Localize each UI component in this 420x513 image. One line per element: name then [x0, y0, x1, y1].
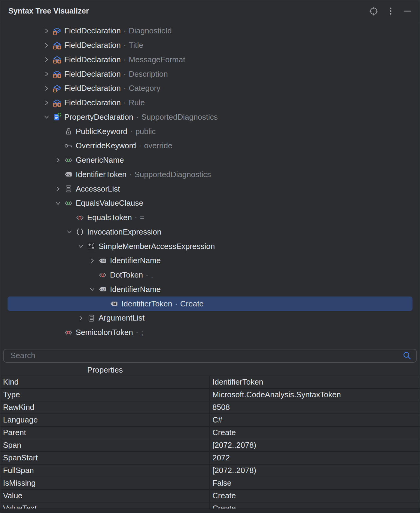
chevron-right-icon[interactable] — [42, 84, 51, 93]
chevron-right-icon[interactable] — [42, 69, 51, 79]
property-name: RawKind — [0, 401, 210, 413]
field-icon — [53, 55, 62, 64]
tree-node-overridekeyword[interactable]: OverrideKeyword · override — [0, 139, 420, 153]
chevron-down-icon[interactable] — [65, 227, 74, 237]
node-kind: DotToken — [110, 270, 143, 280]
property-row-type: Type Microsoft.CodeAnalysis.SyntaxToken — [0, 389, 420, 401]
property-value: IdentifierToken — [210, 376, 420, 388]
property-value: 8508 — [210, 401, 420, 413]
property-name: Value — [0, 490, 210, 502]
chevron-down-icon[interactable] — [42, 112, 51, 122]
tree-node-fielddeclaration-category[interactable]: FieldDeclaration · Category — [0, 81, 420, 96]
node-separator: · — [123, 41, 126, 50]
node-detail: = — [140, 213, 145, 222]
node-separator: · — [130, 127, 133, 136]
node-detail: MessageFormat — [129, 55, 185, 64]
node-kind: FieldDeclaration — [64, 84, 121, 93]
tree-node-fielddeclaration-rule[interactable]: FieldDeclaration · Rule — [0, 96, 420, 110]
node-kind: FieldDeclaration — [64, 69, 121, 79]
tree-node-fielddeclaration-title[interactable]: FieldDeclaration · Title — [0, 38, 420, 53]
node-detail: public — [135, 127, 156, 136]
chevron-right-icon[interactable] — [42, 26, 51, 36]
node-kind: OverrideKeyword — [76, 141, 136, 150]
node-separator: · — [135, 213, 137, 222]
node-kind: SemicolonToken — [76, 328, 133, 337]
field-icon — [53, 84, 62, 93]
chevron-down-icon[interactable] — [87, 284, 97, 294]
green-token-icon — [64, 155, 73, 165]
search-bar — [3, 349, 417, 363]
tree-node-fielddeclaration-diagnosticid[interactable]: FieldDeclaration · DiagnosticId — [0, 24, 420, 38]
tree-node-identifiertoken-supporteddiagnostics[interactable]: IdentifierToken · SupportedDiagnostics — [0, 167, 420, 182]
target-icon — [369, 6, 379, 16]
node-kind: GenericName — [76, 155, 124, 165]
options-menu-button[interactable] — [385, 6, 396, 16]
list-icon — [64, 184, 73, 194]
chevron-down-icon[interactable] — [53, 198, 63, 208]
node-kind: FieldDeclaration — [64, 98, 121, 107]
property-row-spanstart: SpanStart 2072 — [0, 452, 420, 465]
property-value: Microsoft.CodeAnalysis.SyntaxToken — [210, 389, 420, 401]
red-token-icon — [75, 213, 84, 223]
node-kind: ArgumentList — [99, 313, 145, 323]
tree-node-fielddeclaration-description[interactable]: FieldDeclaration · Description — [0, 67, 420, 81]
chevron-right-icon[interactable] — [53, 155, 63, 165]
search-icon[interactable] — [402, 351, 412, 361]
node-kind: FieldDeclaration — [64, 26, 121, 35]
node-kind: PublicKeyword — [76, 127, 127, 136]
chevron-right-icon[interactable] — [53, 184, 63, 194]
node-kind: InvocationExpression — [87, 227, 161, 237]
property-value: Create — [210, 490, 420, 502]
property-value: False — [210, 477, 420, 489]
chevron-down-icon[interactable] — [76, 241, 86, 251]
chevron-right-icon[interactable] — [42, 41, 51, 50]
search-input[interactable] — [10, 349, 402, 362]
tree-node-accessorlist[interactable]: AccessorList — [0, 182, 420, 196]
chevron-right-icon[interactable] — [87, 256, 97, 266]
tree-node-fielddeclaration-messageformat[interactable]: FieldDeclaration · MessageFormat — [0, 53, 420, 67]
node-kind: FieldDeclaration — [64, 41, 121, 50]
property-value: [2072..2078) — [210, 439, 420, 451]
properties-header: Properties — [0, 364, 210, 376]
property-row-ismissing: IsMissing False — [0, 477, 420, 490]
tree-node-argumentlist[interactable]: ArgumentList — [0, 311, 420, 325]
property-icon — [53, 112, 62, 122]
property-row-kind: Kind IdentifierToken — [0, 376, 420, 389]
tree-node-invocationexpression[interactable]: InvocationExpression — [0, 225, 420, 239]
property-value: Create — [210, 427, 420, 439]
tree-node-dottoken[interactable]: DotToken · . — [0, 268, 420, 282]
tree-node-identifiername-1[interactable]: IdentifierName — [0, 253, 420, 268]
tree-node-identifiername-2[interactable]: IdentifierName — [0, 282, 420, 297]
syntax-tree-visualizer-window: Syntax Tree Visualizer FieldDeclaration … — [0, 0, 420, 513]
property-row-fullspan: FullSpan [2072..2078) — [0, 465, 420, 477]
tree-node-identifiertoken-create-selected[interactable]: IdentifierToken · Create — [8, 296, 412, 311]
minimize-icon — [403, 6, 412, 16]
tree-node-propertydeclaration-supporteddiagnostics[interactable]: PropertyDeclaration · SupportedDiagnosti… — [0, 110, 420, 124]
tree-node-publickeyword[interactable]: PublicKeyword · public — [0, 124, 420, 139]
tree-node-equalsvalueclause[interactable]: EqualsValueClause — [0, 196, 420, 210]
node-detail: Description — [129, 69, 168, 79]
tree-node-simplememberaccessexpression[interactable]: SimpleMemberAccessExpression — [0, 239, 420, 253]
property-name: Type — [0, 389, 210, 401]
node-detail: override — [144, 141, 172, 150]
chevron-right-icon[interactable] — [42, 55, 51, 64]
bottom-edge — [0, 508, 420, 513]
node-separator: · — [123, 98, 126, 107]
node-detail: ; — [141, 328, 143, 337]
node-separator: · — [123, 26, 126, 35]
tree-node-genericname[interactable]: GenericName — [0, 153, 420, 167]
field-icon — [53, 41, 62, 50]
node-detail: Rule — [129, 98, 145, 107]
property-row-span: Span [2072..2078) — [0, 439, 420, 452]
tree-node-semicolontoken[interactable]: SemicolonToken · ; — [0, 325, 420, 340]
tree-node-equalstoken[interactable]: EqualsToken · = — [0, 210, 420, 225]
node-kind: SimpleMemberAccessExpression — [99, 242, 215, 251]
minimize-button[interactable] — [402, 6, 412, 16]
property-row-rawkind: RawKind 8508 — [0, 401, 420, 414]
node-kind: IdentifierToken — [76, 170, 126, 179]
locate-node-button[interactable] — [369, 6, 379, 16]
chevron-right-icon[interactable] — [42, 98, 51, 108]
title-bar: Syntax Tree Visualizer — [0, 0, 420, 22]
id-tag-icon — [110, 299, 119, 309]
chevron-right-icon[interactable] — [76, 313, 86, 323]
